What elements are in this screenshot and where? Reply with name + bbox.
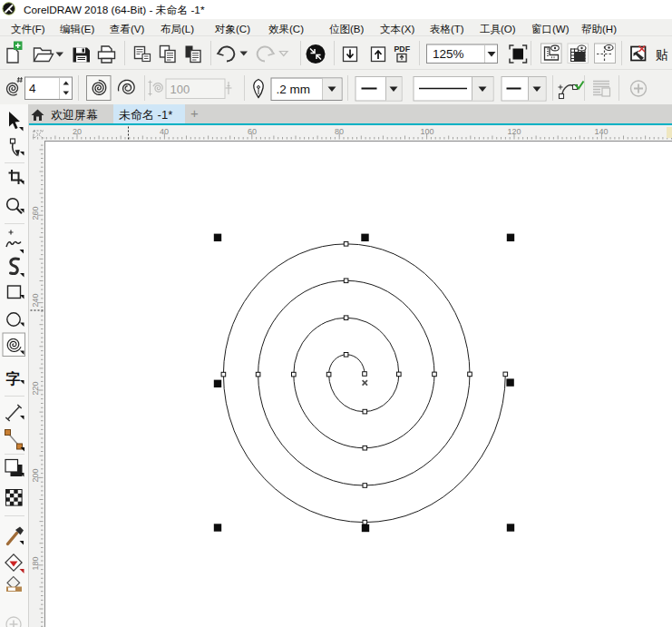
- svg-text:.2 mm: .2 mm: [277, 83, 311, 96]
- svg-text:贴: 贴: [656, 47, 668, 62]
- svg-text:100: 100: [170, 83, 190, 96]
- svg-text:4: 4: [29, 82, 36, 95]
- svg-text:PDF: PDF: [394, 44, 411, 54]
- svg-text:字: 字: [6, 370, 21, 387]
- svg-text:125%: 125%: [433, 47, 464, 61]
